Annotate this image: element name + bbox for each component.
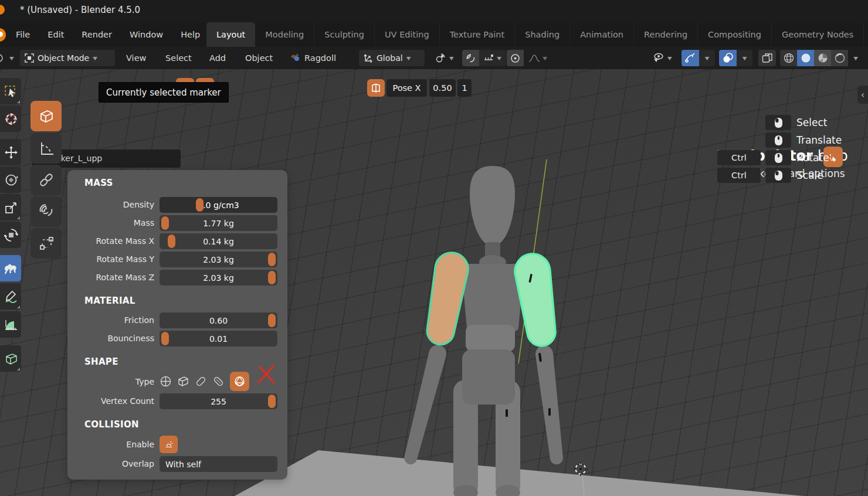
slider-handle[interactable]	[196, 198, 204, 212]
left-forearm	[404, 345, 446, 464]
help-row-translate: Translate	[796, 133, 842, 148]
menu-view[interactable]: View	[120, 47, 152, 69]
slider-handle[interactable]	[161, 332, 169, 345]
slider-handle[interactable]	[268, 271, 276, 284]
menu-help[interactable]: Help	[172, 30, 209, 39]
tool-rotate[interactable]	[0, 167, 21, 193]
help-cursor-icon	[828, 152, 839, 162]
falloff-curve-icon	[528, 54, 540, 63]
orientation-dropdown[interactable]: Global ▼	[359, 50, 425, 66]
tool-move[interactable]	[0, 139, 21, 165]
pose-axis-badge[interactable]: Pose X	[386, 79, 427, 97]
snap-with-dropdown[interactable]: ▼	[479, 50, 506, 66]
tab-geometry-nodes[interactable]: Geometry Nodes	[772, 22, 864, 47]
tool-scale[interactable]	[0, 194, 21, 220]
panel-tab-frame[interactable]	[30, 228, 62, 259]
menu-add[interactable]: Add	[204, 47, 232, 69]
slider-handle[interactable]	[268, 314, 276, 327]
shading-dropdown[interactable]: ▼	[848, 50, 863, 66]
mass-label: Mass	[67, 215, 154, 231]
slider-handle[interactable]	[268, 253, 276, 266]
tab-texture-paint[interactable]: Texture Paint	[440, 22, 516, 47]
chevron-down-icon: ▼	[542, 56, 547, 61]
collision-enable-toggle[interactable]	[160, 436, 178, 453]
tool-tweak-select[interactable]	[0, 78, 21, 104]
overlays-dropdown[interactable]: ▼	[737, 50, 752, 66]
shading-solid-button[interactable]	[797, 50, 814, 66]
tool-ragdoll[interactable]	[0, 255, 21, 281]
menu-ragdoll[interactable]: Ragdoll	[284, 47, 342, 69]
proportional-edit-toggle[interactable]	[507, 50, 524, 66]
collision-enable-icon	[164, 440, 174, 449]
shading-rendered-button[interactable]	[831, 50, 848, 66]
slider-handle[interactable]	[161, 216, 169, 230]
panel-tab-shape[interactable]	[30, 101, 62, 131]
gizmo-dropdown[interactable]: ▼	[699, 50, 715, 66]
rotate-mass-z-field[interactable]: 2.03 kg	[160, 270, 277, 286]
menu-select[interactable]: Select	[160, 47, 198, 69]
slider-handle[interactable]	[268, 395, 276, 408]
tool-add-cube[interactable]	[0, 345, 21, 372]
menu-window[interactable]: Window	[121, 30, 172, 39]
menu-render[interactable]: Render	[73, 30, 121, 39]
capsule-shape-icon[interactable]	[195, 375, 207, 388]
overlays-toggle[interactable]	[719, 50, 737, 66]
vertex-count-field[interactable]: 255	[160, 393, 277, 409]
tab-sculpting[interactable]: Sculpting	[314, 22, 375, 47]
tab-layout[interactable]: Layout	[206, 22, 255, 47]
chevron-down-icon: ▼	[705, 56, 710, 61]
sidebar-collapse-toggle[interactable]: ‹	[857, 86, 868, 104]
section-collision: COLLISION	[84, 419, 139, 430]
tab-modeling[interactable]: Modeling	[255, 22, 314, 47]
friction-field[interactable]: 0.60	[160, 312, 277, 328]
head	[470, 166, 515, 246]
tool-transform[interactable]	[0, 222, 21, 248]
rotate-mass-y-field[interactable]: 2.03 kg	[160, 252, 277, 267]
snap-toggle[interactable]	[462, 50, 479, 66]
bounciness-field[interactable]: 0.01	[160, 331, 277, 346]
gizmo-toggle[interactable]	[681, 50, 699, 66]
snap-increment-icon	[484, 54, 494, 62]
left-upper-arm-selected	[427, 253, 468, 345]
menu-file[interactable]: File	[7, 30, 39, 39]
mesh-shape-button-selected[interactable]	[230, 372, 249, 391]
box-shape-icon[interactable]	[177, 375, 189, 388]
viewport-3d[interactable]: ...Marker_L_upp Currently selected marke…	[0, 69, 868, 496]
mass-field[interactable]: 1.77 kg	[160, 215, 277, 231]
pose-mode-button[interactable]	[367, 79, 385, 97]
blender-app-icon[interactable]	[0, 28, 6, 42]
rotate-mass-x-field[interactable]: 0.14 kg	[160, 233, 277, 249]
pose-frame-value[interactable]: 1	[457, 79, 472, 97]
tool-annotate[interactable]	[0, 283, 21, 310]
panel-tab-limit[interactable]	[30, 133, 62, 164]
xray-icon	[762, 53, 772, 63]
tab-animation[interactable]: Animation	[570, 22, 634, 47]
pose-blend-value[interactable]: 0.50	[429, 79, 456, 97]
visibility-dropdown[interactable]: ▼	[647, 50, 680, 66]
cylinder-shape-icon[interactable]	[212, 375, 225, 388]
tab-compositing[interactable]: Compositing	[698, 22, 772, 47]
tab-uv-editing[interactable]: UV Editing	[375, 22, 440, 47]
shading-wireframe-button[interactable]	[780, 50, 797, 66]
tab-shading[interactable]: Shading	[515, 22, 570, 47]
tool-measure[interactable]	[0, 311, 21, 338]
hips	[462, 349, 515, 405]
viewport-header: ▼ Object Mode ▼ View Select Add Object R…	[0, 47, 868, 69]
mode-dropdown[interactable]: Object Mode ▼	[20, 50, 115, 66]
xray-toggle[interactable]	[758, 50, 776, 66]
collision-overlap-dropdown[interactable]: With self	[160, 456, 277, 472]
density-field[interactable]: 1.0 g/cm3	[160, 197, 277, 213]
panel-tab-constraint[interactable]	[30, 165, 62, 195]
shading-material-button[interactable]	[814, 50, 831, 66]
collapse-chevron-icon: ‹	[861, 90, 864, 100]
pivot-point-dropdown[interactable]: ▼	[430, 50, 461, 66]
falloff-dropdown[interactable]: ▼	[524, 50, 552, 66]
sphere-shape-icon[interactable]	[160, 375, 172, 388]
menu-edit[interactable]: Edit	[39, 30, 73, 39]
slider-handle[interactable]	[168, 235, 175, 248]
tab-rendering[interactable]: Rendering	[634, 22, 698, 47]
tool-cursor[interactable]	[0, 106, 21, 132]
menu-object[interactable]: Object	[239, 47, 279, 69]
panel-tab-attach[interactable]	[30, 196, 62, 227]
delete-x-icon[interactable]	[256, 363, 276, 385]
